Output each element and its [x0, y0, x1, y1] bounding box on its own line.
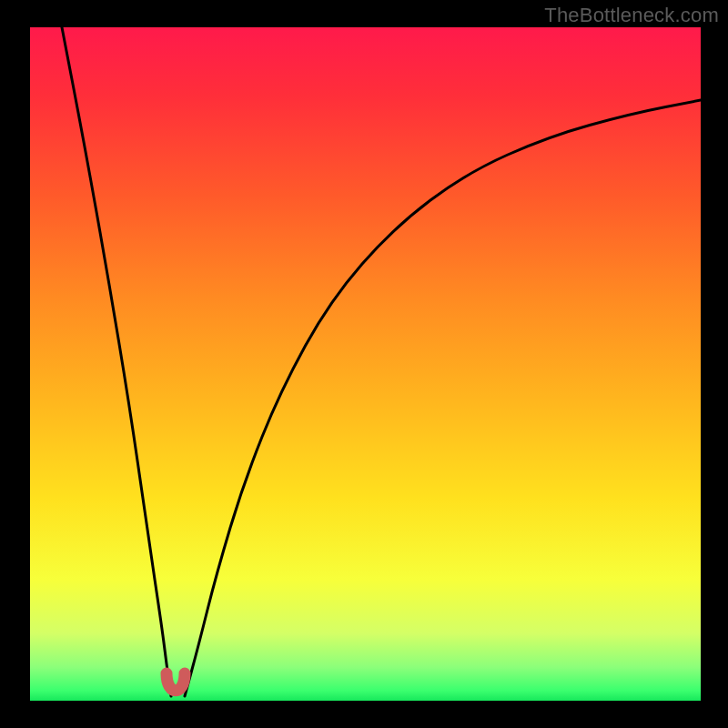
left-branch-line: [62, 27, 171, 696]
plot-area: [30, 27, 701, 701]
trough-marker: [167, 673, 185, 691]
curve-layer: [30, 27, 701, 701]
chart-frame: TheBottleneck.com: [0, 0, 728, 728]
right-branch-line: [185, 100, 701, 696]
watermark-text: TheBottleneck.com: [544, 4, 719, 27]
